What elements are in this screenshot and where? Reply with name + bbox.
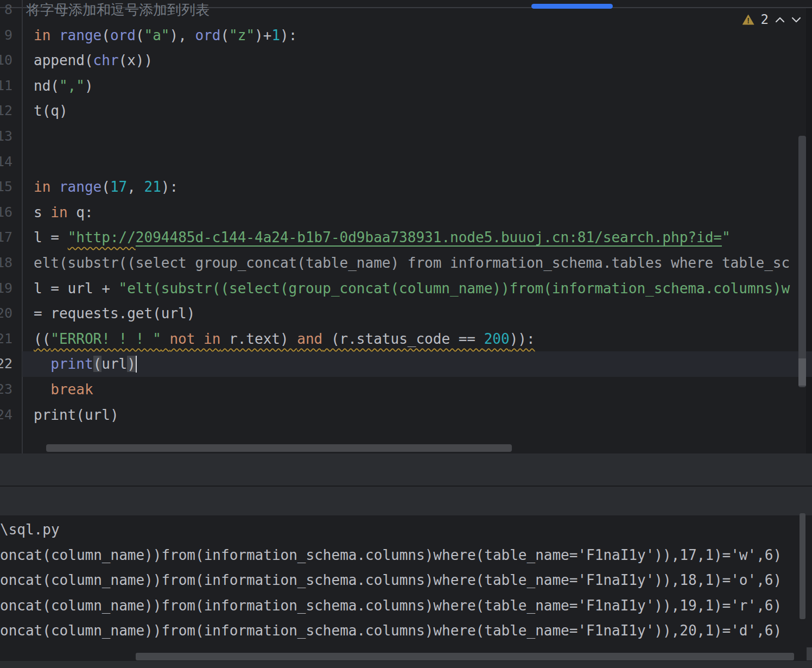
code-token: range xyxy=(59,179,101,195)
line-number[interactable]: 8 xyxy=(0,0,12,23)
code-token: ord xyxy=(110,27,136,43)
code-token: ( xyxy=(101,27,110,43)
code-token: t(q) xyxy=(34,103,68,119)
console-horizontal-scrollbar[interactable] xyxy=(136,653,794,660)
warning-underline: (("ERROR! ! ! " not in r.text) and (r.st… xyxy=(34,331,535,347)
line-number[interactable]: 16 xyxy=(0,200,12,225)
code-token: "ERROR! ! ! " xyxy=(50,331,161,347)
line-number[interactable]: 17 xyxy=(0,225,12,250)
code-token: break xyxy=(50,381,93,398)
code-token: (x)) xyxy=(119,52,153,68)
inspections-widget[interactable]: 2 xyxy=(743,12,801,27)
editor-vertical-scrollbar[interactable] xyxy=(798,136,806,387)
warning-count: 2 xyxy=(761,12,769,27)
console-scrollbar-corner xyxy=(807,647,812,660)
console-line: oncat(column_name))from(information_sche… xyxy=(0,568,782,593)
code-token: ): xyxy=(280,27,297,43)
code-token: in xyxy=(34,179,50,195)
code-line[interactable]: l = url + "elt(substr((select(group_conc… xyxy=(34,276,812,301)
code-token: 17 xyxy=(110,179,127,195)
code-token xyxy=(34,381,50,398)
line-number[interactable]: 20 xyxy=(0,301,12,326)
line-number[interactable]: 12 xyxy=(0,98,12,124)
code-line[interactable]: (("ERROR! ! ! " not in r.text) and (r.st… xyxy=(34,326,812,352)
code-token: url xyxy=(101,356,127,372)
code-token: "elt(substr((select(group_concat(column_… xyxy=(119,280,790,297)
line-number[interactable]: 21 xyxy=(0,326,12,352)
code-line[interactable]: break xyxy=(34,377,812,402)
line-number[interactable]: 11 xyxy=(0,73,12,99)
run-panel-toolbar xyxy=(0,487,812,515)
code-token: chr xyxy=(93,52,119,68)
next-problem-button[interactable] xyxy=(791,17,801,23)
run-console[interactable]: \sql.pyoncat(column_name))from(informati… xyxy=(0,515,812,650)
code-token: 21 xyxy=(144,179,161,195)
code-token: in xyxy=(50,204,67,220)
code-line[interactable]: 将字母添加和逗号添加到列表 xyxy=(34,0,812,23)
code-token: )+ xyxy=(255,27,271,43)
code-token: ( xyxy=(93,356,102,372)
code-token: ( xyxy=(101,179,110,195)
code-line[interactable] xyxy=(34,124,812,149)
code-line[interactable]: s in q: xyxy=(34,200,812,225)
code-token: ( xyxy=(220,27,229,43)
code-line[interactable] xyxy=(34,149,812,175)
code-token: "http:// xyxy=(68,229,136,245)
code-token: "a" xyxy=(144,27,170,43)
code-token: l = url + xyxy=(34,280,119,297)
code-token: 200 xyxy=(484,331,510,347)
code-token xyxy=(161,331,170,347)
code-line[interactable]: print(url) xyxy=(34,351,812,377)
code-token: s xyxy=(34,204,50,220)
code-line[interactable]: in range(ord("a"), ord("z")+1): xyxy=(34,23,812,48)
ide-window: 89101112131415161718192021222324 将字母添加和逗… xyxy=(0,0,812,668)
code-token xyxy=(50,179,59,195)
code-token: q: xyxy=(68,204,93,220)
line-number[interactable]: 10 xyxy=(0,48,12,73)
code-token: ), xyxy=(170,27,195,43)
line-number[interactable]: 15 xyxy=(0,174,12,200)
status-bar-edge xyxy=(0,661,812,668)
code-token: 2094485d-c144-4a24-b1b7-0d9baa738931.nod… xyxy=(136,229,722,245)
code-token: "," xyxy=(59,78,85,94)
code-token: nd( xyxy=(34,78,59,94)
line-number[interactable]: 14 xyxy=(0,149,12,175)
line-number[interactable]: 22 xyxy=(0,351,12,377)
code-token: range xyxy=(59,27,101,43)
line-number[interactable]: 24 xyxy=(0,402,12,428)
code-line[interactable]: append(chr(x)) xyxy=(34,48,812,73)
line-number[interactable]: 9 xyxy=(0,23,12,48)
warning-icon xyxy=(743,15,754,25)
code-token xyxy=(50,27,59,43)
code-token: ord xyxy=(195,27,220,43)
previous-problem-button[interactable] xyxy=(775,17,785,23)
code-token: ) xyxy=(127,356,136,372)
line-number[interactable]: 18 xyxy=(0,250,12,276)
code-line[interactable]: in range(17, 21): xyxy=(34,174,812,200)
code-token: "z" xyxy=(229,27,255,43)
editor-horizontal-scrollbar[interactable] xyxy=(46,444,512,452)
line-number[interactable]: 23 xyxy=(0,377,12,402)
code-token: )): xyxy=(510,331,535,347)
gutter-border xyxy=(22,0,23,453)
code-line[interactable]: t(q) xyxy=(34,98,812,124)
code-token: , xyxy=(127,179,144,195)
code-token: elt(substr((select group_concat(table_na… xyxy=(34,255,790,271)
code-token: = requests.get(url) xyxy=(34,305,195,322)
code-token: ) xyxy=(85,78,93,94)
code-token: append( xyxy=(34,52,93,68)
code-line[interactable]: l = "http://2094485d-c144-4a24-b1b7-0d9b… xyxy=(34,225,812,250)
code-token xyxy=(34,356,50,372)
console-vertical-scrollbar[interactable] xyxy=(800,513,805,619)
code-line[interactable]: = requests.get(url) xyxy=(34,301,812,326)
line-number[interactable]: 19 xyxy=(0,276,12,301)
line-number[interactable]: 13 xyxy=(0,124,12,149)
code-line[interactable]: elt(substr((select group_concat(table_na… xyxy=(34,250,812,276)
run-panel-header xyxy=(0,453,812,486)
code-token: r.text) xyxy=(220,331,297,347)
console-line: \sql.py xyxy=(0,517,60,543)
console-line: oncat(column_name))from(information_sche… xyxy=(0,593,782,619)
text-caret xyxy=(136,356,137,373)
code-line[interactable]: nd(",") xyxy=(34,73,812,99)
code-line[interactable]: print(url) xyxy=(34,402,812,428)
